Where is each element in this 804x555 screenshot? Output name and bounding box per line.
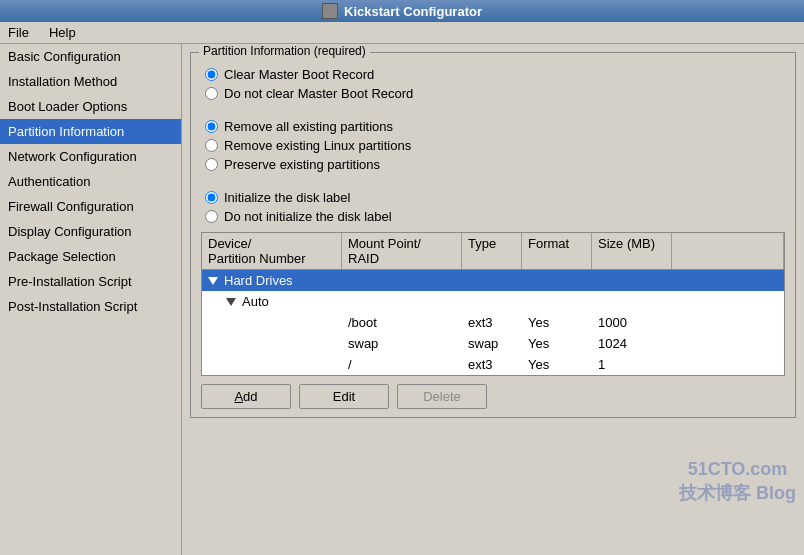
auto-label: Auto <box>242 294 269 309</box>
hard-drives-label: Hard Drives <box>224 273 293 288</box>
watermark: 51CTO.com 技术博客 Blog <box>679 458 796 505</box>
radio-preserve-label[interactable]: Preserve existing partitions <box>224 157 380 172</box>
partition-info-section: Partition Information (required) Clear M… <box>190 52 796 418</box>
menu-file[interactable]: File <box>4 24 33 41</box>
cell-type-3: ext3 <box>462 354 522 375</box>
radio-preserve-input[interactable] <box>205 158 218 171</box>
add-button[interactable]: Add <box>201 384 291 409</box>
cell-device-1 <box>202 312 342 333</box>
radio-remove-linux-input[interactable] <box>205 139 218 152</box>
cell-type-2: swap <box>462 333 522 354</box>
radio-clear-mbr-label[interactable]: Clear Master Boot Record <box>224 67 374 82</box>
col-size: Size (MB) <box>592 233 672 269</box>
radio-no-clear-mbr-input[interactable] <box>205 87 218 100</box>
content-area: Partition Information (required) Clear M… <box>182 44 804 555</box>
col-extra <box>672 233 784 269</box>
auto-expand-icon <box>226 298 236 306</box>
delete-button[interactable]: Delete <box>397 384 487 409</box>
radio-remove-all: Remove all existing partitions <box>205 119 785 134</box>
table-header: Device/Partition Number Mount Point/RAID… <box>202 233 784 270</box>
window-title: Kickstart Configurator <box>344 4 482 19</box>
sidebar-item-install-method[interactable]: Installation Method <box>0 69 181 94</box>
cell-size-3: 1 <box>592 354 672 375</box>
cell-format-3: Yes <box>522 354 592 375</box>
radio-no-init-label: Do not initialize the disk label <box>205 209 785 224</box>
radio-remove-linux-label[interactable]: Remove existing Linux partitions <box>224 138 411 153</box>
sidebar-item-post-install[interactable]: Post-Installation Script <box>0 294 181 319</box>
app-icon <box>322 3 338 19</box>
title-bar: Kickstart Configurator <box>0 0 804 22</box>
radio-no-init-label-label[interactable]: Do not initialize the disk label <box>224 209 392 224</box>
cell-size-1: 1000 <box>592 312 672 333</box>
sidebar-item-package-selection[interactable]: Package Selection <box>0 244 181 269</box>
cell-device-2 <box>202 333 342 354</box>
radio-no-clear-mbr: Do not clear Master Boot Record <box>205 86 785 101</box>
cell-extra-3 <box>672 354 784 375</box>
radio-no-clear-mbr-label[interactable]: Do not clear Master Boot Record <box>224 86 413 101</box>
col-mount: Mount Point/RAID <box>342 233 462 269</box>
cell-device-3 <box>202 354 342 375</box>
cell-extra-1 <box>672 312 784 333</box>
radio-clear-mbr-input[interactable] <box>205 68 218 81</box>
partition-type-group: Remove all existing partitions Remove ex… <box>205 119 785 172</box>
hard-drives-expand-icon <box>208 277 218 285</box>
sidebar-item-boot-loader[interactable]: Boot Loader Options <box>0 94 181 119</box>
table-row[interactable]: / ext3 Yes 1 <box>202 354 784 375</box>
auto-row[interactable]: Auto <box>202 291 784 312</box>
cell-mount-1: /boot <box>342 312 462 333</box>
table-row[interactable]: /boot ext3 Yes 1000 <box>202 312 784 333</box>
col-format: Format <box>522 233 592 269</box>
radio-init-label-input[interactable] <box>205 191 218 204</box>
partition-rows: /boot ext3 Yes 1000 swap swap Yes 1024 <box>202 312 784 375</box>
radio-no-init-label-input[interactable] <box>205 210 218 223</box>
cell-mount-3: / <box>342 354 462 375</box>
button-row: Add Edit Delete <box>201 384 785 409</box>
watermark-line1: 51CTO.com <box>679 458 796 481</box>
disk-label-group: Initialize the disk label Do not initial… <box>205 190 785 224</box>
edit-button[interactable]: Edit <box>299 384 389 409</box>
cell-format-1: Yes <box>522 312 592 333</box>
sidebar-item-network-config[interactable]: Network Configuration <box>0 144 181 169</box>
sidebar-item-display-config[interactable]: Display Configuration <box>0 219 181 244</box>
sidebar-item-firewall-config[interactable]: Firewall Configuration <box>0 194 181 219</box>
radio-preserve: Preserve existing partitions <box>205 157 785 172</box>
radio-remove-all-label[interactable]: Remove all existing partitions <box>224 119 393 134</box>
radio-remove-all-input[interactable] <box>205 120 218 133</box>
partition-table: Device/Partition Number Mount Point/RAID… <box>201 232 785 376</box>
col-device: Device/Partition Number <box>202 233 342 269</box>
menu-help[interactable]: Help <box>45 24 80 41</box>
master-boot-group: Clear Master Boot Record Do not clear Ma… <box>205 67 785 101</box>
radio-init-label-label[interactable]: Initialize the disk label <box>224 190 350 205</box>
cell-type-1: ext3 <box>462 312 522 333</box>
menu-bar: File Help <box>0 22 804 44</box>
sidebar-item-authentication[interactable]: Authentication <box>0 169 181 194</box>
section-title: Partition Information (required) <box>199 44 370 58</box>
hard-drives-row[interactable]: Hard Drives <box>202 270 784 291</box>
sidebar-item-pre-install[interactable]: Pre-Installation Script <box>0 269 181 294</box>
watermark-line2: 技术博客 Blog <box>679 482 796 505</box>
radio-init-label: Initialize the disk label <box>205 190 785 205</box>
main-layout: Basic Configuration Installation Method … <box>0 44 804 555</box>
sidebar-item-partition-info[interactable]: Partition Information <box>0 119 181 144</box>
sidebar-item-basic-config[interactable]: Basic Configuration <box>0 44 181 69</box>
table-row[interactable]: swap swap Yes 1024 <box>202 333 784 354</box>
col-type: Type <box>462 233 522 269</box>
sidebar: Basic Configuration Installation Method … <box>0 44 182 555</box>
radio-clear-mbr: Clear Master Boot Record <box>205 67 785 82</box>
radio-remove-linux: Remove existing Linux partitions <box>205 138 785 153</box>
cell-format-2: Yes <box>522 333 592 354</box>
cell-mount-2: swap <box>342 333 462 354</box>
cell-extra-2 <box>672 333 784 354</box>
cell-size-2: 1024 <box>592 333 672 354</box>
